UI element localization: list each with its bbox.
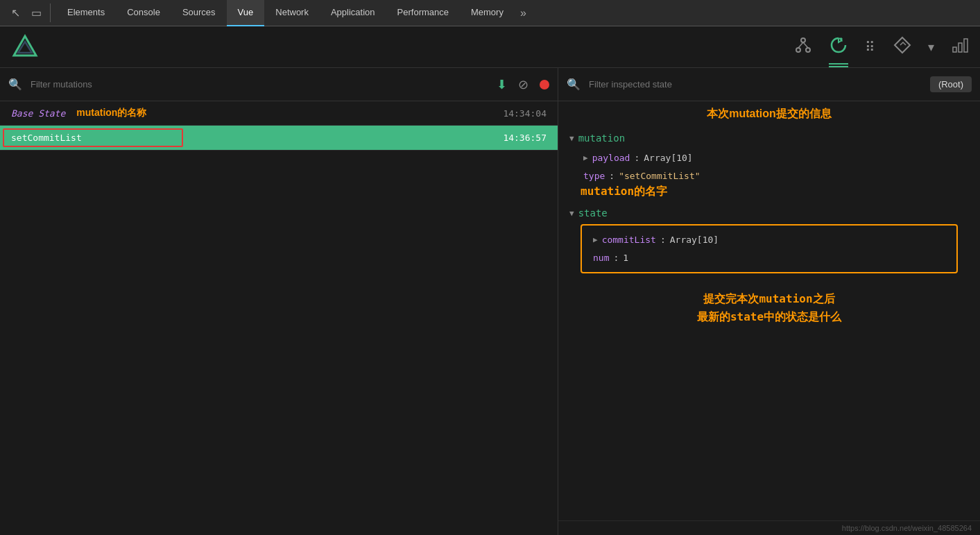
mutations-search-bar: 🔍 ⬇ ⊘ xyxy=(0,68,558,101)
state-section-header: ▼ state xyxy=(569,207,969,219)
component-tree-icon[interactable] xyxy=(794,36,812,58)
payload-key: payload xyxy=(592,151,630,165)
mutation-expand-arrow[interactable]: ▼ xyxy=(569,134,574,143)
svg-line-6 xyxy=(803,42,808,48)
vuex-icon[interactable]: ⠿ xyxy=(865,39,877,56)
routing-icon[interactable] xyxy=(893,36,911,58)
annotation-bottom-line1: 提交完本次mutation之后 xyxy=(581,290,958,308)
type-key: type xyxy=(583,169,605,183)
mutation-row-setcommitlist[interactable]: setCommitList 14:36:57 xyxy=(0,126,558,151)
left-panel: 🔍 ⬇ ⊘ Base State mutation的名称 14:34:04 xyxy=(0,68,558,535)
tab-console[interactable]: Console xyxy=(116,0,171,26)
tree-item-type: type : "setCommitList" xyxy=(569,167,969,185)
search-icon: 🔍 xyxy=(8,78,22,91)
base-state-time: 14:34:04 xyxy=(503,108,547,119)
commitlist-key: commitList xyxy=(602,233,656,247)
right-search-icon: 🔍 xyxy=(567,78,581,91)
tab-elements[interactable]: Elements xyxy=(56,0,116,26)
right-panel: 🔍 (Root) 本次mutation提交的信息 ▼ mutation ▶ pa… xyxy=(558,68,980,535)
annotation-bottom-line2: 最新的state中的状态是什么 xyxy=(581,308,958,326)
annotation-top: 本次mutation提交的信息 xyxy=(558,101,980,121)
tree-item-num: num : 1 xyxy=(590,249,948,267)
mutation-section-label: mutation xyxy=(578,133,625,144)
state-section-label: state xyxy=(578,207,608,219)
devtools-body: ⠿ ▾ xyxy=(0,26,980,535)
payload-value: Array[10] xyxy=(644,151,692,165)
tree-item-payload: ▶ payload : Array[10] xyxy=(569,149,969,167)
tab-bar: ↖ ▭ Elements Console Sources Vue Network… xyxy=(0,0,980,26)
mutation-row-name: setCommitList xyxy=(11,133,82,143)
performance-icon[interactable] xyxy=(951,36,969,58)
tab-more[interactable]: » xyxy=(515,7,532,19)
state-tree: ▼ mutation ▶ payload : Array[10] type : … xyxy=(558,121,980,520)
type-colon: : xyxy=(609,169,614,183)
vue-header: ⠿ ▾ xyxy=(0,26,980,68)
svg-marker-7 xyxy=(895,37,910,53)
filter-mutations-input[interactable] xyxy=(31,79,488,90)
device-icon[interactable]: ▭ xyxy=(28,3,44,22)
main-content: 🔍 ⬇ ⊘ Base State mutation的名称 14:34:04 xyxy=(0,68,980,535)
tab-network[interactable]: Network xyxy=(264,0,320,26)
tab-memory[interactable]: Memory xyxy=(460,0,515,26)
annotation-mutation-name: mutation的名字 xyxy=(569,185,969,199)
type-value: "setCommitList" xyxy=(619,169,700,183)
commitlist-expand-arrow[interactable]: ▶ xyxy=(593,235,598,246)
base-state-label: Base State xyxy=(11,108,65,119)
commitlist-colon: : xyxy=(660,233,666,247)
svg-rect-10 xyxy=(964,39,968,52)
cursor-icon[interactable]: ↖ xyxy=(8,3,23,22)
payload-expand-arrow[interactable]: ▶ xyxy=(583,153,588,164)
block-icon[interactable]: ⊘ xyxy=(518,77,528,92)
num-key: num xyxy=(593,251,609,265)
svg-rect-8 xyxy=(953,47,956,52)
vue-logo xyxy=(11,33,39,61)
url-bar: https://blog.csdn.net/weixin_48585264 xyxy=(558,520,980,535)
tab-vue[interactable]: Vue xyxy=(227,0,265,26)
mutations-list: Base State mutation的名称 14:34:04 setCommi… xyxy=(0,101,558,535)
mutation-name-annotation: mutation的名称 xyxy=(76,107,146,119)
base-state-row[interactable]: Base State mutation的名称 14:34:04 xyxy=(0,101,558,126)
search-actions: ⬇ ⊘ xyxy=(497,77,549,92)
time-travel-icon[interactable] xyxy=(829,35,848,59)
right-search-bar: 🔍 (Root) xyxy=(558,68,980,101)
svg-rect-9 xyxy=(958,43,962,52)
commitlist-value: Array[10] xyxy=(670,233,719,247)
svg-line-5 xyxy=(798,42,803,48)
tab-application[interactable]: Application xyxy=(320,0,386,26)
mutation-row-time: 14:36:57 xyxy=(503,133,547,143)
num-colon: : xyxy=(613,251,619,265)
payload-colon: : xyxy=(634,151,639,165)
annotation-bottom: 提交完本次mutation之后 最新的state中的状态是什么 xyxy=(569,279,969,337)
svg-point-3 xyxy=(796,48,800,52)
root-badge[interactable]: (Root) xyxy=(930,76,972,92)
dropdown-arrow-icon[interactable]: ▾ xyxy=(928,40,934,55)
state-box: ▶ commitList : Array[10] num : 1 xyxy=(581,224,958,273)
svg-point-4 xyxy=(806,48,810,52)
tree-item-commitlist: ▶ commitList : Array[10] xyxy=(590,231,948,249)
vue-header-icons: ⠿ ▾ xyxy=(794,35,969,59)
record-icon[interactable] xyxy=(540,80,549,90)
tab-sources[interactable]: Sources xyxy=(171,0,227,26)
tab-performance[interactable]: Performance xyxy=(386,0,460,26)
devtools-icons: ↖ ▭ xyxy=(3,3,51,22)
svg-point-2 xyxy=(801,38,805,42)
export-icon[interactable]: ⬇ xyxy=(497,77,507,92)
num-value: 1 xyxy=(623,251,628,265)
filter-state-input[interactable] xyxy=(589,79,922,90)
mutation-section-header: ▼ mutation xyxy=(569,133,969,144)
state-expand-arrow[interactable]: ▼ xyxy=(569,209,574,218)
